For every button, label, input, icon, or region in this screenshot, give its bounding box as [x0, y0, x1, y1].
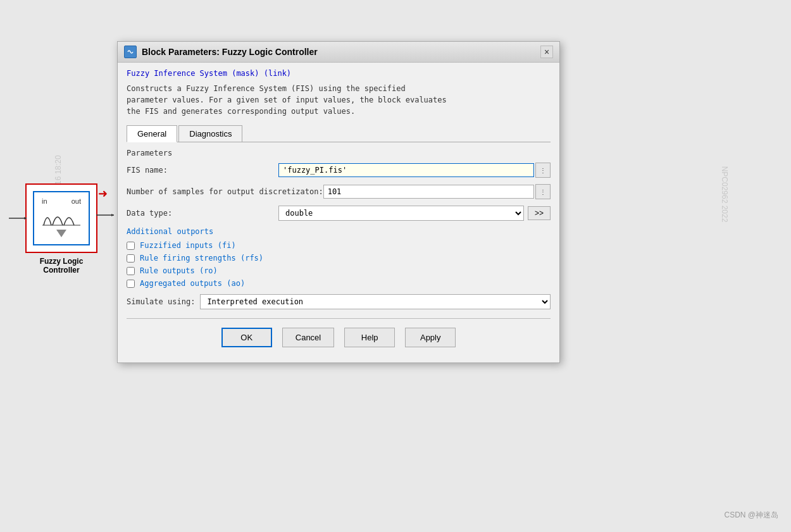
- data-type-select-wrapper: double single int8 uint8: [278, 206, 524, 221]
- fis-name-label: FIS name:: [127, 166, 278, 175]
- data-type-select[interactable]: double single int8 uint8: [278, 206, 524, 221]
- dialog-titlebar: Block Parameters: Fuzzy Logic Controller…: [118, 42, 559, 63]
- checkbox-ro-input[interactable]: [127, 267, 135, 275]
- dialog-close-button[interactable]: ×: [540, 46, 553, 58]
- dialog-title: Block Parameters: Fuzzy Logic Controller: [142, 47, 318, 57]
- fis-name-input[interactable]: [278, 163, 534, 177]
- svg-marker-3: [56, 230, 66, 237]
- cancel-button[interactable]: Cancel: [282, 328, 334, 347]
- checkbox-rfs-input[interactable]: [127, 254, 135, 263]
- checkbox-ao-label: Aggregated outputs (ao): [140, 279, 245, 288]
- flc-block[interactable]: in out: [25, 183, 97, 253]
- checkbox-fi: Fuzzified inputs (fi): [127, 241, 551, 250]
- checkbox-ao-input[interactable]: [127, 280, 135, 288]
- simulate-label: Simulate using:: [127, 297, 195, 306]
- in-label: in: [42, 197, 47, 205]
- dialog-icon: [124, 46, 137, 58]
- data-type-label: Data type:: [127, 209, 278, 218]
- checkbox-ro: Rule outputs (ro): [127, 266, 551, 275]
- tabs-container: General Diagnostics: [127, 125, 551, 142]
- down-arrow-icon: [56, 229, 66, 239]
- checkbox-rfs: Rule firing strengths (rfs): [127, 254, 551, 263]
- button-row: OK Cancel Help Apply: [127, 328, 551, 356]
- flc-block-container: in out: [25, 183, 97, 275]
- simulate-select[interactable]: Interpreted execution Code generation: [200, 294, 551, 309]
- fis-name-row: FIS name: ⋮: [127, 163, 551, 178]
- svg-marker-5: [111, 214, 114, 216]
- params-section-title: Parameters: [127, 149, 551, 158]
- data-type-arrow-btn[interactable]: >>: [528, 206, 551, 220]
- help-button[interactable]: Help: [344, 328, 395, 347]
- svg-marker-1: [24, 217, 27, 220]
- samples-label: Number of samples for output discretizat…: [127, 187, 323, 196]
- signal-labels: in out: [42, 197, 81, 205]
- dialog: Block Parameters: Fuzzy Logic Controller…: [117, 41, 560, 363]
- dialog-description: Constructs a Fuzzy Inference System (FIS…: [127, 83, 551, 117]
- checkbox-fi-label: Fuzzified inputs (fi): [140, 241, 236, 250]
- checkbox-ao: Aggregated outputs (ao): [127, 279, 551, 288]
- samples-row: Number of samples for output discretizat…: [127, 184, 551, 199]
- flc-icon: [42, 209, 80, 226]
- csdn-watermark: CSDN @神迷岛: [724, 510, 778, 521]
- checkbox-fi-input[interactable]: [127, 242, 135, 250]
- additional-outports-title: Additional outports: [127, 227, 551, 236]
- tab-diagnostics[interactable]: Diagnostics: [178, 125, 242, 142]
- dialog-subtitle: Fuzzy Inference System (mask) (link): [127, 69, 551, 78]
- tab-general[interactable]: General: [127, 125, 177, 142]
- simulate-row: Simulate using: Interpreted execution Co…: [127, 294, 551, 309]
- samples-menu-btn[interactable]: ⋮: [535, 184, 551, 199]
- ok-button[interactable]: OK: [221, 328, 272, 347]
- data-type-row: Data type: double single int8 uint8 >>: [127, 206, 551, 221]
- wire-in: [9, 217, 27, 220]
- dialog-title-left: Block Parameters: Fuzzy Logic Controller: [124, 46, 318, 58]
- samples-input[interactable]: [323, 185, 534, 199]
- dialog-body: Fuzzy Inference System (mask) (link) Con…: [118, 63, 559, 362]
- wire-out: [96, 214, 114, 216]
- checkbox-rfs-label: Rule firing strengths (rfs): [140, 254, 263, 263]
- flc-label: Fuzzy Logic Controller: [25, 257, 97, 275]
- fis-name-menu-btn[interactable]: ⋮: [535, 163, 551, 178]
- flc-inner: in out: [33, 191, 90, 245]
- checkbox-ro-label: Rule outputs (ro): [140, 266, 218, 275]
- out-label: out: [72, 197, 81, 205]
- annotation-arrow: ➜: [98, 187, 108, 201]
- dialog-divider: [127, 318, 551, 319]
- apply-button[interactable]: Apply: [405, 328, 456, 347]
